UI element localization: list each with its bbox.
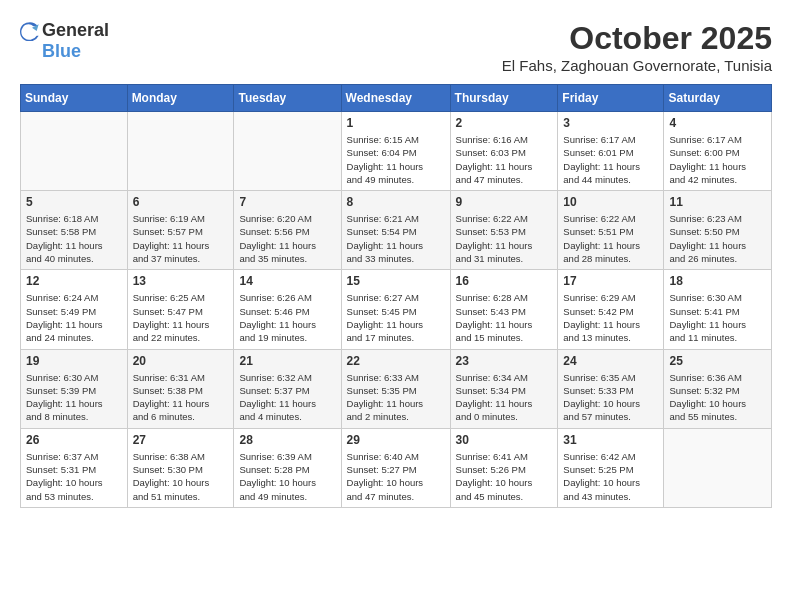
- calendar-cell: [127, 112, 234, 191]
- calendar-cell: 25Sunrise: 6:36 AM Sunset: 5:32 PM Dayli…: [664, 349, 772, 428]
- weekday-header-sunday: Sunday: [21, 85, 128, 112]
- day-info: Sunrise: 6:26 AM Sunset: 5:46 PM Dayligh…: [239, 291, 335, 344]
- day-number: 25: [669, 354, 766, 368]
- day-info: Sunrise: 6:42 AM Sunset: 5:25 PM Dayligh…: [563, 450, 658, 503]
- day-info: Sunrise: 6:29 AM Sunset: 5:42 PM Dayligh…: [563, 291, 658, 344]
- day-number: 22: [347, 354, 445, 368]
- day-info: Sunrise: 6:38 AM Sunset: 5:30 PM Dayligh…: [133, 450, 229, 503]
- day-info: Sunrise: 6:41 AM Sunset: 5:26 PM Dayligh…: [456, 450, 553, 503]
- location-subtitle: El Fahs, Zaghouan Governorate, Tunisia: [502, 57, 772, 74]
- day-info: Sunrise: 6:33 AM Sunset: 5:35 PM Dayligh…: [347, 371, 445, 424]
- calendar-cell: 20Sunrise: 6:31 AM Sunset: 5:38 PM Dayli…: [127, 349, 234, 428]
- calendar-cell: 11Sunrise: 6:23 AM Sunset: 5:50 PM Dayli…: [664, 191, 772, 270]
- weekday-header-tuesday: Tuesday: [234, 85, 341, 112]
- day-info: Sunrise: 6:36 AM Sunset: 5:32 PM Dayligh…: [669, 371, 766, 424]
- day-info: Sunrise: 6:31 AM Sunset: 5:38 PM Dayligh…: [133, 371, 229, 424]
- weekday-header-friday: Friday: [558, 85, 664, 112]
- calendar-cell: 17Sunrise: 6:29 AM Sunset: 5:42 PM Dayli…: [558, 270, 664, 349]
- calendar-cell: 7Sunrise: 6:20 AM Sunset: 5:56 PM Daylig…: [234, 191, 341, 270]
- weekday-header-thursday: Thursday: [450, 85, 558, 112]
- calendar-cell: 15Sunrise: 6:27 AM Sunset: 5:45 PM Dayli…: [341, 270, 450, 349]
- calendar-cell: 1Sunrise: 6:15 AM Sunset: 6:04 PM Daylig…: [341, 112, 450, 191]
- calendar-cell: 18Sunrise: 6:30 AM Sunset: 5:41 PM Dayli…: [664, 270, 772, 349]
- calendar-cell: [664, 428, 772, 507]
- calendar-cell: 12Sunrise: 6:24 AM Sunset: 5:49 PM Dayli…: [21, 270, 128, 349]
- day-number: 28: [239, 433, 335, 447]
- day-info: Sunrise: 6:34 AM Sunset: 5:34 PM Dayligh…: [456, 371, 553, 424]
- calendar-week-1: 1Sunrise: 6:15 AM Sunset: 6:04 PM Daylig…: [21, 112, 772, 191]
- weekday-header-wednesday: Wednesday: [341, 85, 450, 112]
- day-number: 3: [563, 116, 658, 130]
- day-info: Sunrise: 6:22 AM Sunset: 5:51 PM Dayligh…: [563, 212, 658, 265]
- day-number: 21: [239, 354, 335, 368]
- calendar-cell: 9Sunrise: 6:22 AM Sunset: 5:53 PM Daylig…: [450, 191, 558, 270]
- day-number: 16: [456, 274, 553, 288]
- calendar-cell: 28Sunrise: 6:39 AM Sunset: 5:28 PM Dayli…: [234, 428, 341, 507]
- logo-blue-text: Blue: [42, 41, 81, 62]
- day-info: Sunrise: 6:17 AM Sunset: 6:01 PM Dayligh…: [563, 133, 658, 186]
- calendar-cell: 21Sunrise: 6:32 AM Sunset: 5:37 PM Dayli…: [234, 349, 341, 428]
- calendar-cell: 23Sunrise: 6:34 AM Sunset: 5:34 PM Dayli…: [450, 349, 558, 428]
- day-info: Sunrise: 6:35 AM Sunset: 5:33 PM Dayligh…: [563, 371, 658, 424]
- day-number: 24: [563, 354, 658, 368]
- calendar-week-2: 5Sunrise: 6:18 AM Sunset: 5:58 PM Daylig…: [21, 191, 772, 270]
- day-info: Sunrise: 6:32 AM Sunset: 5:37 PM Dayligh…: [239, 371, 335, 424]
- day-number: 31: [563, 433, 658, 447]
- day-info: Sunrise: 6:21 AM Sunset: 5:54 PM Dayligh…: [347, 212, 445, 265]
- day-number: 12: [26, 274, 122, 288]
- day-number: 23: [456, 354, 553, 368]
- day-info: Sunrise: 6:22 AM Sunset: 5:53 PM Dayligh…: [456, 212, 553, 265]
- day-info: Sunrise: 6:28 AM Sunset: 5:43 PM Dayligh…: [456, 291, 553, 344]
- calendar-week-4: 19Sunrise: 6:30 AM Sunset: 5:39 PM Dayli…: [21, 349, 772, 428]
- day-info: Sunrise: 6:40 AM Sunset: 5:27 PM Dayligh…: [347, 450, 445, 503]
- day-info: Sunrise: 6:37 AM Sunset: 5:31 PM Dayligh…: [26, 450, 122, 503]
- day-info: Sunrise: 6:23 AM Sunset: 5:50 PM Dayligh…: [669, 212, 766, 265]
- calendar-cell: 5Sunrise: 6:18 AM Sunset: 5:58 PM Daylig…: [21, 191, 128, 270]
- calendar-cell: 29Sunrise: 6:40 AM Sunset: 5:27 PM Dayli…: [341, 428, 450, 507]
- day-number: 9: [456, 195, 553, 209]
- month-title: October 2025: [502, 20, 772, 57]
- day-info: Sunrise: 6:19 AM Sunset: 5:57 PM Dayligh…: [133, 212, 229, 265]
- day-info: Sunrise: 6:17 AM Sunset: 6:00 PM Dayligh…: [669, 133, 766, 186]
- day-info: Sunrise: 6:20 AM Sunset: 5:56 PM Dayligh…: [239, 212, 335, 265]
- calendar-cell: 16Sunrise: 6:28 AM Sunset: 5:43 PM Dayli…: [450, 270, 558, 349]
- day-number: 11: [669, 195, 766, 209]
- day-number: 19: [26, 354, 122, 368]
- calendar-week-3: 12Sunrise: 6:24 AM Sunset: 5:49 PM Dayli…: [21, 270, 772, 349]
- page-header: General Blue October 2025 El Fahs, Zagho…: [20, 20, 772, 74]
- day-number: 10: [563, 195, 658, 209]
- day-info: Sunrise: 6:30 AM Sunset: 5:39 PM Dayligh…: [26, 371, 122, 424]
- day-number: 4: [669, 116, 766, 130]
- calendar-cell: 19Sunrise: 6:30 AM Sunset: 5:39 PM Dayli…: [21, 349, 128, 428]
- weekday-header-monday: Monday: [127, 85, 234, 112]
- calendar-cell: 31Sunrise: 6:42 AM Sunset: 5:25 PM Dayli…: [558, 428, 664, 507]
- day-number: 26: [26, 433, 122, 447]
- day-info: Sunrise: 6:27 AM Sunset: 5:45 PM Dayligh…: [347, 291, 445, 344]
- day-number: 5: [26, 195, 122, 209]
- day-number: 7: [239, 195, 335, 209]
- day-info: Sunrise: 6:25 AM Sunset: 5:47 PM Dayligh…: [133, 291, 229, 344]
- day-info: Sunrise: 6:30 AM Sunset: 5:41 PM Dayligh…: [669, 291, 766, 344]
- day-number: 29: [347, 433, 445, 447]
- calendar-cell: 10Sunrise: 6:22 AM Sunset: 5:51 PM Dayli…: [558, 191, 664, 270]
- calendar-cell: [234, 112, 341, 191]
- calendar-cell: 3Sunrise: 6:17 AM Sunset: 6:01 PM Daylig…: [558, 112, 664, 191]
- logo-icon: [20, 21, 40, 41]
- logo: General Blue: [20, 20, 109, 62]
- day-number: 30: [456, 433, 553, 447]
- day-number: 1: [347, 116, 445, 130]
- day-number: 27: [133, 433, 229, 447]
- calendar-cell: 22Sunrise: 6:33 AM Sunset: 5:35 PM Dayli…: [341, 349, 450, 428]
- day-number: 2: [456, 116, 553, 130]
- day-number: 15: [347, 274, 445, 288]
- day-number: 18: [669, 274, 766, 288]
- calendar-cell: 6Sunrise: 6:19 AM Sunset: 5:57 PM Daylig…: [127, 191, 234, 270]
- day-info: Sunrise: 6:16 AM Sunset: 6:03 PM Dayligh…: [456, 133, 553, 186]
- day-number: 8: [347, 195, 445, 209]
- calendar-cell: 27Sunrise: 6:38 AM Sunset: 5:30 PM Dayli…: [127, 428, 234, 507]
- weekday-header-saturday: Saturday: [664, 85, 772, 112]
- calendar-table: SundayMondayTuesdayWednesdayThursdayFrid…: [20, 84, 772, 508]
- calendar-cell: 4Sunrise: 6:17 AM Sunset: 6:00 PM Daylig…: [664, 112, 772, 191]
- calendar-cell: 26Sunrise: 6:37 AM Sunset: 5:31 PM Dayli…: [21, 428, 128, 507]
- calendar-cell: 30Sunrise: 6:41 AM Sunset: 5:26 PM Dayli…: [450, 428, 558, 507]
